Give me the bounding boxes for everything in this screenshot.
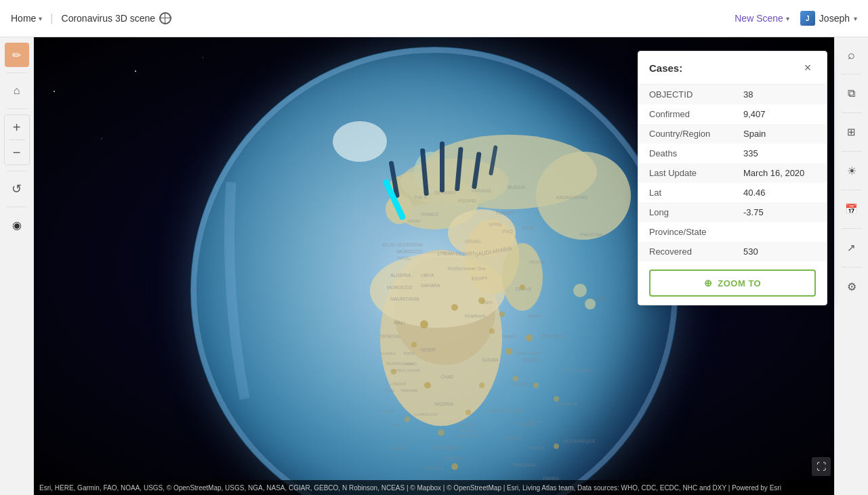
svg-text:SOUTH SUDAN: SOUTH SUDAN bbox=[489, 408, 523, 413]
svg-text:YEMEN: YEMEN bbox=[522, 358, 539, 362]
home-link[interactable]: Home ▾ bbox=[11, 13, 42, 24]
popup-header: Cases: × bbox=[638, 51, 827, 85]
right-divider-6 bbox=[842, 267, 862, 267]
user-menu-button[interactable]: J Joseph ▾ bbox=[800, 11, 857, 26]
svg-text:Accra: Accra bbox=[390, 423, 401, 427]
layers-button[interactable]: ⧉ bbox=[840, 81, 864, 106]
share-button[interactable]: ↗ bbox=[840, 236, 864, 260]
svg-text:POLAND: POLAND bbox=[458, 198, 476, 203]
svg-text:ATLAS MOUNTAINS: ATLAS MOUNTAINS bbox=[382, 242, 423, 247]
fullscreen-icon: ⛶ bbox=[817, 461, 826, 472]
svg-point-112 bbox=[499, 311, 505, 317]
popup-close-button[interactable]: × bbox=[800, 60, 816, 76]
svg-text:DR CONGO: DR CONGO bbox=[434, 446, 461, 450]
search-button[interactable]: ⌕ bbox=[840, 43, 864, 67]
field-key: Province/State bbox=[638, 222, 732, 242]
svg-point-28 bbox=[573, 284, 587, 297]
sun-button[interactable]: ☀ bbox=[840, 158, 864, 183]
field-key: OBJECTID bbox=[638, 85, 732, 104]
svg-text:LYBIAN DESERT: LYBIAN DESERT bbox=[438, 251, 475, 256]
nav-right: New Scene ▾ J Joseph ▾ bbox=[735, 11, 857, 26]
svg-point-2 bbox=[135, 70, 136, 72]
table-row: Recovered530 bbox=[638, 242, 827, 261]
field-value bbox=[732, 222, 827, 242]
field-value: 38 bbox=[732, 85, 827, 104]
toolbar-divider-3 bbox=[7, 171, 27, 171]
zoom-to-label: ZOOM TO bbox=[718, 278, 761, 288]
zoom-in-button[interactable]: + bbox=[5, 115, 29, 139]
svg-text:TIPOLI: TIPOLI bbox=[397, 256, 411, 261]
svg-point-111 bbox=[478, 297, 485, 304]
home-label: Home bbox=[11, 13, 36, 24]
svg-point-127 bbox=[554, 444, 559, 449]
svg-point-114 bbox=[513, 376, 518, 381]
svg-point-117 bbox=[391, 369, 396, 374]
rotate-tool-button[interactable]: ↺ bbox=[5, 177, 29, 201]
svg-text:KENYA: KENYA bbox=[594, 297, 608, 301]
svg-text:ISRAEL: ISRAEL bbox=[465, 239, 482, 244]
svg-text:PAKISTAN: PAKISTAN bbox=[580, 232, 603, 237]
calendar-button[interactable]: 📅 bbox=[840, 197, 864, 221]
left-toolbar: ✏ ⌂ + − ↺ ◉ bbox=[0, 37, 34, 495]
svg-point-30 bbox=[333, 121, 387, 162]
svg-text:NIGERIA: NIGERIA bbox=[434, 402, 454, 406]
svg-text:BURKINA FASO: BURKINA FASO bbox=[387, 362, 417, 366]
scene-title-text: Coronavirus 3D scene bbox=[62, 13, 156, 24]
globe-wrapper[interactable]: SAUDI ARABIA SAHARA KENYA ETHIOPIA NIGER… bbox=[190, 47, 678, 495]
svg-text:ALGERIA: ALGERIA bbox=[390, 273, 411, 278]
qr-button[interactable]: ⊞ bbox=[840, 120, 864, 144]
toolbar-divider-1 bbox=[7, 72, 27, 73]
svg-text:Victoria: Victoria bbox=[529, 419, 543, 423]
table-row: Last UpdateMarch 16, 2020 bbox=[638, 163, 827, 183]
svg-text:GHANA: GHANA bbox=[380, 409, 394, 413]
pencil-tool-button[interactable]: ✏ bbox=[5, 43, 29, 67]
svg-text:NIGER: NIGER bbox=[421, 347, 436, 352]
fullscreen-button[interactable]: ⛶ bbox=[812, 457, 831, 476]
globe-icon bbox=[159, 12, 171, 24]
field-value: 335 bbox=[732, 144, 827, 163]
svg-text:THE A...: THE A... bbox=[414, 195, 430, 200]
new-scene-button[interactable]: New Scene ▾ bbox=[735, 13, 789, 24]
field-key: Confirmed bbox=[638, 104, 732, 124]
zoom-group: + − bbox=[4, 114, 30, 165]
svg-text:SENEGAL: SENEGAL bbox=[380, 334, 401, 339]
zoom-to-button[interactable]: ⊕ ZOOM TO bbox=[649, 270, 816, 297]
svg-point-125 bbox=[405, 416, 410, 422]
svg-text:GERMANY: GERMANY bbox=[434, 190, 457, 195]
settings-button[interactable]: ⚙ bbox=[840, 274, 864, 299]
svg-text:MOZAMBIQUE: MOZAMBIQUE bbox=[563, 439, 596, 444]
svg-text:TURKEY: TURKEY bbox=[495, 211, 515, 215]
svg-point-116 bbox=[411, 342, 417, 347]
toolbar-divider-2 bbox=[7, 108, 27, 109]
marker-tool-button[interactable]: ◉ bbox=[5, 213, 29, 237]
table-row: Lat40.46 bbox=[638, 183, 827, 202]
nav-left: Home ▾ | Coronavirus 3D scene bbox=[11, 12, 171, 24]
svg-text:FRANCE: FRANCE bbox=[421, 212, 439, 217]
svg-text:GUINEA: GUINEA bbox=[380, 351, 396, 356]
home-tool-button[interactable]: ⌂ bbox=[5, 79, 29, 103]
globe[interactable]: SAUDI ARABIA SAHARA KENYA ETHIOPIA NIGER… bbox=[190, 47, 678, 495]
svg-text:EGYPT: EGYPT bbox=[472, 276, 488, 281]
zoom-out-button[interactable]: − bbox=[5, 140, 29, 165]
svg-text:LIBERIA: LIBERIA bbox=[390, 382, 406, 386]
svg-text:LIBYA: LIBYA bbox=[421, 273, 434, 278]
svg-text:Addis Ababa: Addis Ababa bbox=[516, 351, 541, 356]
svg-point-124 bbox=[451, 463, 458, 470]
home-chevron: ▾ bbox=[39, 15, 42, 22]
field-key: Deaths bbox=[638, 144, 732, 163]
header: Home ▾ | Coronavirus 3D scene New Scene … bbox=[0, 0, 868, 37]
svg-point-118 bbox=[505, 348, 512, 355]
svg-text:SOMALIA: SOMALIA bbox=[556, 402, 577, 406]
svg-point-109 bbox=[420, 320, 428, 328]
svg-text:IRAQ: IRAQ bbox=[502, 229, 513, 234]
right-divider-5 bbox=[842, 228, 862, 229]
field-key: Lat bbox=[638, 183, 732, 202]
toolbar-divider-4 bbox=[7, 207, 27, 207]
table-row: Country/RegionSpain bbox=[638, 124, 827, 144]
right-divider-3 bbox=[842, 151, 862, 152]
new-scene-label: New Scene bbox=[735, 13, 783, 24]
svg-text:Riyadh: Riyadh bbox=[502, 334, 516, 339]
svg-point-119 bbox=[533, 383, 539, 388]
svg-text:KENYA: KENYA bbox=[529, 446, 545, 450]
svg-text:UKRAINE: UKRAINE bbox=[472, 188, 492, 193]
